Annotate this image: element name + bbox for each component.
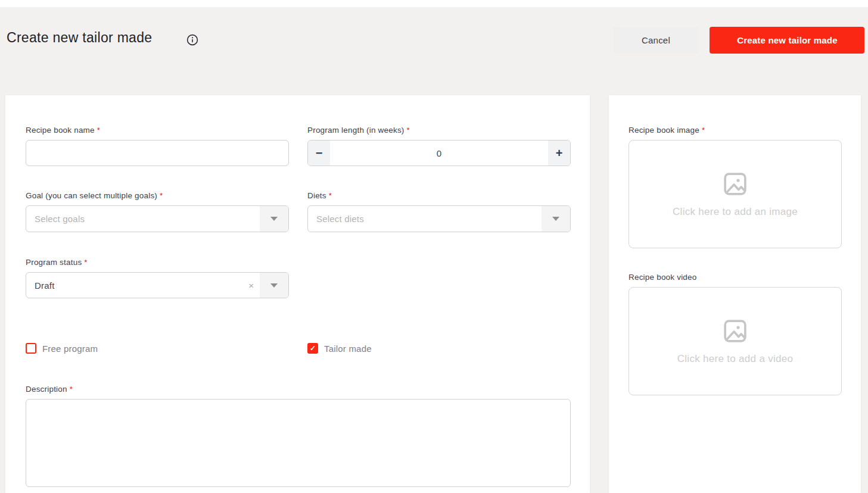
image-icon [721, 170, 749, 198]
program-status-value: Draft [35, 280, 55, 291]
required-asterisk: * [160, 191, 163, 200]
create-new-tailor-made-button[interactable]: Create new tailor made [710, 27, 864, 54]
info-icon[interactable] [186, 34, 198, 46]
header-actions: Cancel Create new tailor made [613, 27, 864, 54]
top-white-strip [0, 0, 868, 7]
image-icon [721, 317, 749, 345]
diets-placeholder: Select diets [316, 214, 364, 224]
media-card: Recipe book image* Click here to add an … [609, 95, 861, 493]
label-text: Recipe book name [26, 126, 95, 135]
clear-icon[interactable]: × [248, 273, 254, 298]
diets-field: Diets* Select diets [307, 191, 571, 232]
image-upload-dropzone[interactable]: Click here to add an image [629, 140, 842, 248]
chevron-down-icon [270, 217, 278, 221]
label-text: Recipe book image [629, 126, 699, 135]
required-asterisk: * [702, 126, 705, 135]
label-text: Diets [307, 191, 326, 200]
label-text: Goal (you can select multiple goals) [26, 191, 157, 200]
tailor-made-label: Tailor made [324, 344, 372, 354]
label-text: Program status [26, 258, 82, 267]
recipe-book-image-label: Recipe book image* [629, 125, 842, 136]
cancel-button[interactable]: Cancel [613, 27, 699, 54]
program-length-label: Program length (in weeks)* [307, 125, 571, 136]
required-asterisk: * [84, 258, 87, 267]
program-length-stepper: − 0 + [307, 140, 571, 166]
dropdown-arrow-zone[interactable] [542, 206, 570, 232]
required-asterisk: * [97, 126, 100, 135]
program-length-value[interactable]: 0 [330, 141, 548, 166]
goal-field: Goal (you can select multiple goals)* Se… [26, 191, 289, 232]
decrement-button[interactable]: − [308, 141, 330, 166]
description-label: Description* [26, 384, 571, 395]
increment-button[interactable]: + [548, 141, 570, 166]
required-asterisk: * [407, 126, 410, 135]
goal-placeholder: Select goals [35, 214, 85, 224]
required-asterisk: * [329, 191, 332, 200]
form-card: Recipe book name* Program length (in wee… [5, 95, 590, 493]
image-upload-hint: Click here to add an image [673, 206, 798, 218]
diets-label: Diets* [307, 191, 571, 201]
program-status-select[interactable]: Draft × [26, 272, 289, 298]
goal-label: Goal (you can select multiple goals)* [26, 191, 289, 201]
recipe-book-video-field: Recipe book video Click here to add a vi… [629, 272, 842, 395]
required-asterisk: * [70, 385, 73, 394]
diets-select[interactable]: Select diets [307, 205, 571, 232]
tailor-made-checkbox[interactable]: ✓ [307, 343, 318, 354]
program-status-label: Program status* [26, 257, 289, 268]
label-text: Program length (in weeks) [307, 126, 405, 135]
program-status-field: Program status* Draft × [26, 257, 289, 298]
description-field: Description* [26, 384, 571, 489]
chevron-down-icon [552, 217, 559, 221]
chevron-down-icon [270, 283, 278, 288]
free-program-checkbox[interactable] [26, 343, 36, 354]
video-upload-hint: Click here to add a video [677, 353, 794, 365]
tailor-made-checkbox-group[interactable]: ✓ Tailor made [307, 343, 372, 354]
dropdown-arrow-zone[interactable] [260, 273, 288, 298]
free-program-label: Free program [42, 344, 98, 354]
page-title: Create new tailor made [7, 30, 152, 46]
goal-select[interactable]: Select goals [26, 205, 289, 232]
recipe-book-image-field: Recipe book image* Click here to add an … [629, 125, 842, 248]
dropdown-arrow-zone[interactable] [260, 206, 288, 232]
label-text: Recipe book video [629, 273, 696, 282]
video-upload-dropzone[interactable]: Click here to add a video [629, 287, 842, 395]
label-text: Description [26, 385, 67, 394]
free-program-checkbox-group[interactable]: Free program [26, 343, 98, 354]
recipe-book-name-input[interactable] [26, 140, 289, 166]
program-length-field: Program length (in weeks)* − 0 + [307, 125, 571, 166]
description-textarea[interactable] [26, 399, 571, 487]
recipe-book-name-field: Recipe book name* [26, 125, 289, 166]
recipe-book-name-label: Recipe book name* [26, 125, 289, 136]
recipe-book-video-label: Recipe book video [629, 272, 842, 283]
